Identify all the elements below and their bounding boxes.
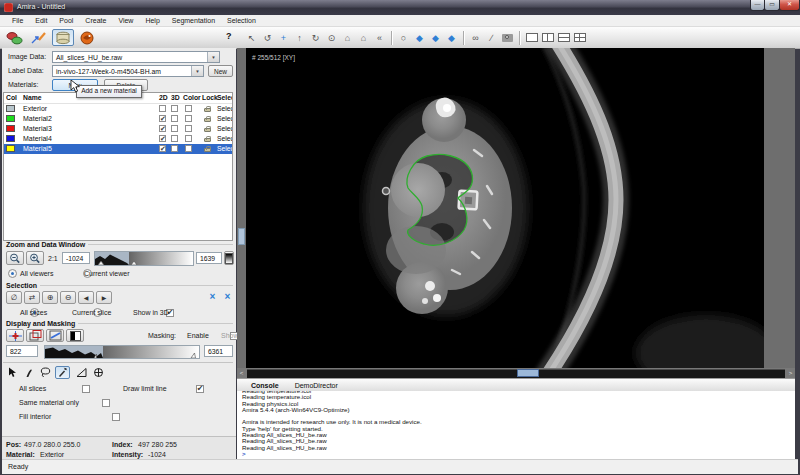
menu-create[interactable]: Create — [79, 17, 112, 24]
material-3d-checkbox[interactable] — [171, 105, 178, 112]
all-slices-checkbox[interactable] — [82, 385, 90, 393]
material-select-link[interactable]: Select — [217, 125, 233, 132]
material-color-checkbox[interactable] — [185, 145, 192, 152]
snapshot-icon[interactable] — [500, 30, 515, 45]
close-button[interactable]: ✕ — [779, 0, 800, 11]
layout-single-icon[interactable] — [524, 30, 539, 45]
lock-icon[interactable] — [204, 128, 211, 132]
home-view-icon[interactable]: ⌂ — [340, 30, 355, 45]
material-2d-checkbox[interactable] — [159, 115, 166, 122]
slice-slider[interactable]: < > — [237, 368, 795, 378]
material-name[interactable]: Exterior — [23, 105, 47, 112]
ct-slice-view[interactable]: # 255/512 [XY] — [246, 48, 764, 368]
threshold-tool-icon[interactable] — [91, 366, 106, 379]
tab-console[interactable]: Console — [243, 382, 287, 389]
material-name[interactable]: Material4 — [23, 135, 52, 142]
contour-tool-icon[interactable] — [74, 366, 89, 379]
zoom-to-selection-icon[interactable]: × — [206, 291, 219, 304]
material-name[interactable]: Material2 — [23, 115, 52, 122]
menu-help[interactable]: Help — [139, 17, 165, 24]
chevron-down-icon[interactable]: ▼ — [191, 66, 203, 76]
pointer-tool-icon[interactable]: ↖ — [244, 30, 259, 45]
zoom-tool-icon[interactable]: ↑ — [292, 30, 307, 45]
clear-selection-button[interactable]: ∅ — [6, 291, 22, 304]
material-row[interactable]: Material5Select — [4, 144, 232, 154]
menu-view[interactable]: View — [112, 17, 139, 24]
material-select-link[interactable]: Select — [217, 145, 233, 152]
lasso-tool-icon[interactable] — [38, 366, 53, 379]
rotate-cw-icon[interactable]: ↻ — [308, 30, 323, 45]
masking-histogram[interactable] — [44, 345, 200, 359]
masking-enable-label[interactable]: Enable — [187, 332, 209, 339]
chevron-down-icon[interactable]: ▼ — [207, 52, 219, 62]
pick-tool-icon[interactable] — [4, 366, 19, 379]
all-viewers-radio[interactable] — [8, 269, 17, 278]
zoom-out-button[interactable] — [6, 251, 24, 265]
slice-box-icon[interactable] — [46, 329, 64, 342]
layout-two-vertical-icon[interactable] — [540, 30, 555, 45]
material-color-swatch[interactable] — [6, 125, 15, 132]
fill-interior-checkbox[interactable] — [112, 413, 120, 421]
console-output[interactable]: Reading temperature.icolReading temperat… — [237, 391, 795, 459]
material-select-link[interactable]: Select — [217, 105, 233, 112]
material-row[interactable]: Material3Select — [4, 124, 232, 134]
material-color-swatch[interactable] — [6, 105, 15, 112]
zoom-in-button[interactable] — [26, 251, 44, 265]
shrink-selection-button[interactable]: ⊖ — [60, 291, 76, 304]
fill-interior-label[interactable]: Fill interior — [19, 413, 51, 420]
masking-max-input[interactable]: 6361 — [204, 345, 233, 357]
measure-icon[interactable]: ∕ — [484, 30, 499, 45]
material-row[interactable]: ExteriorSelect — [4, 104, 232, 114]
menu-pool[interactable]: Pool — [53, 17, 79, 24]
set-home-view-icon[interactable]: ⌂ — [356, 30, 371, 45]
data-window-min-input[interactable]: -1024 — [62, 252, 90, 264]
selection-current-slice-label[interactable]: Current slice — [72, 309, 111, 316]
material-row[interactable]: Material4Select — [4, 134, 232, 144]
lock-icon[interactable] — [204, 148, 211, 152]
binoculars-icon[interactable]: ∞ — [468, 30, 483, 45]
help-icon[interactable]: ? — [226, 31, 232, 41]
draw-limit-line-checkbox[interactable] — [196, 385, 204, 393]
image-data-combobox[interactable]: All_slices_HU_be.raw ▼ — [52, 51, 220, 63]
segmentation-editor-icon[interactable] — [76, 29, 98, 46]
translate-tool-icon[interactable]: + — [276, 30, 291, 45]
3d-box-icon[interactable] — [26, 329, 44, 342]
material-3d-checkbox[interactable] — [171, 145, 178, 152]
material-2d-checkbox[interactable] — [159, 135, 166, 142]
view-xz-icon[interactable]: ◆ — [428, 30, 443, 45]
material-3d-checkbox[interactable] — [171, 115, 178, 122]
previous-slice-button[interactable]: ◀ — [78, 291, 94, 304]
next-slice-button[interactable]: ▶ — [96, 291, 112, 304]
material-3d-checkbox[interactable] — [171, 125, 178, 132]
colormap-button[interactable] — [224, 251, 234, 265]
maximize-button[interactable]: ▭ — [764, 0, 780, 11]
viewer-settings-icon[interactable] — [28, 29, 50, 46]
selection-all-slices-label[interactable]: All slices — [20, 309, 47, 316]
menu-file[interactable]: File — [6, 17, 29, 24]
viewer-left-scrollbar-thumb[interactable] — [238, 228, 245, 245]
data-window-histogram[interactable] — [94, 251, 194, 266]
trackball-rotate-icon[interactable]: ↺ — [260, 30, 275, 45]
material-row[interactable]: Material2Select — [4, 114, 232, 124]
crosshair-icon[interactable] — [6, 329, 24, 342]
all-viewers-label[interactable]: All viewers — [20, 270, 53, 277]
view-all-icon[interactable]: « — [372, 30, 387, 45]
contrast-icon[interactable] — [66, 329, 84, 342]
layout-two-horizontal-icon[interactable] — [556, 30, 571, 45]
material-name[interactable]: Material5 — [23, 145, 52, 152]
all-slices-label[interactable]: All slices — [19, 385, 46, 392]
slice-next-icon[interactable]: > — [786, 368, 795, 378]
seek-tool-icon[interactable]: ⊙ — [324, 30, 339, 45]
object-pool-icon[interactable] — [4, 29, 26, 46]
menu-selection[interactable]: Selection — [221, 17, 262, 24]
brush-tool-icon[interactable] — [21, 366, 36, 379]
minimize-button[interactable]: — — [750, 0, 765, 11]
material-select-link[interactable]: Select — [217, 135, 233, 142]
data-window-max-input[interactable]: 1639 — [196, 252, 222, 264]
data-editor-icon[interactable] — [52, 29, 74, 46]
current-viewer-label[interactable]: Current viewer — [84, 270, 130, 277]
lock-icon[interactable] — [204, 138, 211, 142]
label-data-new-button[interactable]: New — [208, 65, 233, 77]
material-color-swatch[interactable] — [6, 145, 15, 152]
material-color-swatch[interactable] — [6, 135, 15, 142]
